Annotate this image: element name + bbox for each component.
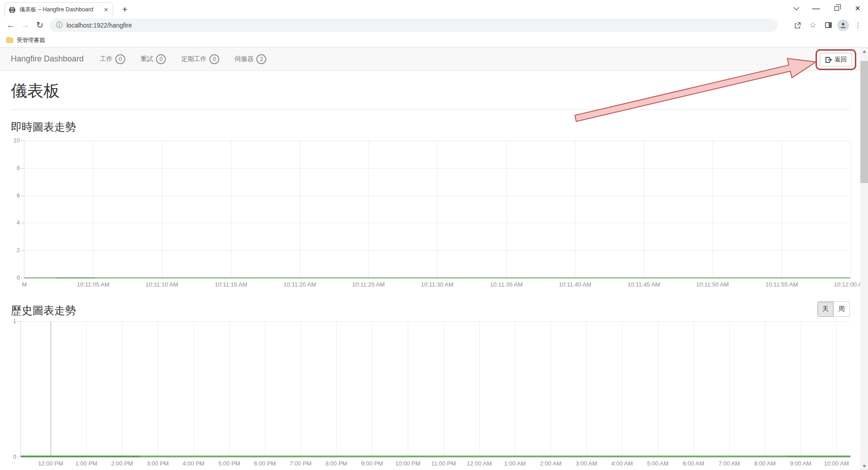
y-tick	[21, 278, 24, 278]
navbar-item-count-badge: 0	[156, 54, 166, 64]
series-line-succeeded	[21, 456, 140, 457]
x-gridline	[712, 141, 713, 278]
navbar-item-label: 工作	[100, 55, 113, 63]
share-icon[interactable]	[791, 19, 804, 32]
close-button[interactable]: ×	[847, 0, 868, 17]
back-button[interactable]: 返回	[820, 53, 852, 66]
x-gridline	[372, 321, 373, 457]
x-tick-label: 10:11:55 AM	[752, 281, 811, 288]
annotation-highlight-box: 返回	[816, 49, 856, 70]
x-tick-label: 10:11:40 AM	[546, 281, 604, 288]
series-line-succeeded	[21, 456, 850, 457]
site-info-icon[interactable]: ⓘ	[56, 21, 62, 29]
x-gridline	[836, 321, 837, 457]
x-gridline	[162, 141, 162, 278]
y-tick	[17, 457, 21, 457]
navbar-item-count-badge: 2	[256, 54, 266, 64]
navbar-item[interactable]: 重試0	[141, 54, 166, 64]
minimize-button[interactable]: —	[806, 0, 826, 17]
scroll-down-icon[interactable]	[860, 462, 868, 470]
x-gridline	[506, 141, 507, 278]
restore-button[interactable]	[826, 0, 847, 17]
y-tick	[21, 168, 24, 169]
series-line-succeeded	[56, 277, 95, 278]
navbar-item-count-badge: 0	[115, 54, 125, 64]
scrollbar-thumb[interactable]	[860, 61, 868, 183]
x-tick-label: 10:11:05 AM	[64, 281, 123, 288]
y-tick-label: 4	[11, 219, 20, 226]
x-tick-label: 10:11:35 AM	[477, 281, 536, 288]
hangfire-navbar: Hangfire Dashboard 工作0重試0定期工作0伺服器2 返回	[0, 47, 860, 71]
x-tick-label: 10:11:20 AM	[270, 281, 329, 288]
x-tick-label: 10:00 AM	[807, 460, 866, 467]
x-gridline	[229, 321, 230, 457]
y-tick	[17, 321, 21, 322]
y-tick-label: 0	[11, 453, 16, 460]
x-gridline	[231, 141, 231, 278]
x-gridline	[300, 141, 300, 278]
browser-tab[interactable]: 儀表板 – Hangfire Dashboard ×	[5, 2, 113, 17]
navbar-item-count-badge: 0	[209, 54, 219, 64]
history-heading: 歷史圖表走勢	[11, 303, 850, 318]
toggle-day-button[interactable]: 天	[817, 301, 834, 317]
logout-icon	[825, 56, 832, 63]
url-bar[interactable]: ⓘ localhost:1922/hangfire	[50, 19, 778, 32]
x-gridline	[801, 321, 801, 457]
y-tick	[21, 141, 24, 141]
x-tick-label: M	[0, 281, 54, 288]
x-tick-label: 10:11:50 AM	[683, 281, 742, 288]
navbar-item-label: 重試	[141, 55, 153, 63]
y-tick-label: 0	[11, 274, 20, 281]
brand-title[interactable]: Hangfire Dashboard	[11, 54, 84, 64]
chart-plot-area: 1012:00 PM1:00 PM2:00 PM3:00 PM4:00 PM5:…	[20, 321, 850, 457]
series-line-succeeded	[786, 456, 850, 457]
navbar-item-label: 伺服器	[235, 55, 254, 63]
side-panel-icon[interactable]	[822, 19, 835, 32]
x-gridline	[551, 321, 551, 457]
tab-search-chevron-icon[interactable]	[785, 0, 806, 17]
y-tick	[21, 223, 24, 223]
hangfire-page: Hangfire Dashboard 工作0重試0定期工作0伺服器2 返回 儀表…	[0, 47, 860, 470]
bookmarks-bar: 受管理書籤	[0, 33, 868, 47]
scrollbar[interactable]	[860, 47, 868, 470]
new-tab-button[interactable]: +	[118, 4, 131, 16]
x-gridline	[301, 321, 301, 457]
x-tick-label: 10:11:10 AM	[132, 281, 191, 288]
x-tick-label: 10:11:25 AM	[339, 281, 398, 288]
x-gridline	[575, 141, 576, 278]
x-gridline	[86, 321, 87, 457]
refresh-icon[interactable]: ↻	[33, 18, 47, 33]
tab-close-icon[interactable]: ×	[103, 6, 109, 14]
x-gridline	[158, 321, 158, 457]
navbar-item[interactable]: 伺服器2	[235, 54, 266, 64]
profile-avatar[interactable]	[837, 19, 849, 31]
x-gridline	[850, 141, 851, 278]
history-range-toggle: 天 周	[817, 301, 850, 317]
chart-plot-area: 1086420M10:11:05 AM10:11:10 AM10:11:15 A…	[24, 141, 850, 278]
browser-titlebar: 儀表板 – Hangfire Dashboard × + — ×	[0, 0, 868, 17]
history-chart: 1012:00 PM1:00 PM2:00 PM3:00 PM4:00 PM5:…	[11, 321, 850, 470]
menu-kebab-icon[interactable]: ⋮	[852, 19, 864, 32]
x-gridline	[51, 321, 51, 457]
x-gridline	[122, 321, 123, 457]
navbar-item[interactable]: 定期工作0	[181, 54, 219, 64]
y-tick-label: 8	[11, 164, 20, 171]
y-tick-label: 1	[11, 318, 16, 324]
x-gridline	[729, 321, 730, 457]
back-icon[interactable]: ←	[4, 18, 18, 33]
x-gridline	[408, 321, 408, 457]
y-tick	[21, 250, 24, 251]
x-gridline	[693, 321, 694, 457]
x-gridline	[765, 321, 765, 457]
x-gridline	[336, 321, 337, 457]
scroll-up-icon[interactable]	[860, 47, 868, 55]
bookmark-folder-label[interactable]: 受管理書籤	[17, 37, 45, 44]
browser-toolbar: ← → ↻ ⓘ localhost:1922/hangfire ☆ ⋮	[0, 17, 868, 33]
x-tick-label: 10:11:30 AM	[408, 281, 467, 288]
toggle-week-button[interactable]: 周	[834, 301, 850, 317]
y-gridline	[21, 321, 850, 322]
tab-title: 儀表板 – Hangfire Dashboard	[19, 6, 99, 14]
x-gridline	[437, 141, 438, 278]
navbar-item[interactable]: 工作0	[100, 54, 125, 64]
bookmark-star-icon[interactable]: ☆	[807, 19, 819, 32]
